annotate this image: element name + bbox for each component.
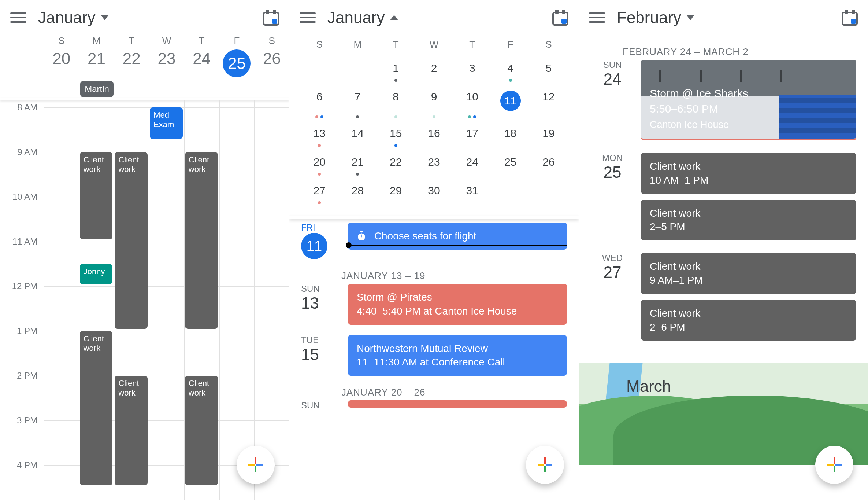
header: January	[289, 0, 579, 35]
mini-day[interactable]: 28	[338, 181, 376, 209]
mini-day[interactable]: 31	[453, 181, 491, 209]
calendar-event[interactable]: Client work	[80, 152, 113, 239]
event-card[interactable]: Storm @ Pirates 4:40–5:40 PM at Canton I…	[348, 284, 567, 325]
dow-label: TUE	[301, 335, 341, 345]
day-column[interactable]: 26	[254, 49, 289, 77]
menu-icon[interactable]	[589, 10, 605, 26]
event-card[interactable]: Northwestern Mutual Review 11–11:30 AM a…	[348, 335, 567, 376]
week-dow-row: SMTWTFS	[0, 35, 289, 49]
svg-rect-5	[544, 466, 546, 472]
day-column[interactable]: 22	[114, 49, 149, 77]
plus-icon	[536, 456, 554, 474]
mini-month[interactable]: SMTWTFS 12345678910111213141516171819202…	[289, 35, 579, 216]
mini-day	[300, 58, 338, 87]
event-card[interactable]: Client work 10 AM–1 PM	[641, 153, 856, 194]
month-selector[interactable]: January	[327, 8, 398, 27]
calendar-event[interactable]: Client work	[185, 376, 218, 485]
mini-day	[491, 181, 529, 209]
event-time: 2–5 PM	[650, 220, 847, 234]
event-card[interactable]: Client work 2–5 PM	[641, 200, 856, 241]
mini-day[interactable]: 3	[453, 58, 491, 87]
mini-day[interactable]: 18	[491, 124, 529, 152]
mini-day[interactable]: 21	[338, 152, 376, 181]
day-column[interactable]: 24	[184, 49, 219, 77]
dow-label: W	[149, 35, 184, 47]
calendar-event[interactable]: Med Exam	[150, 107, 183, 139]
event-sub: 11–11:30 AM at Conference Call	[357, 355, 558, 369]
dow-label: M	[79, 35, 114, 47]
mini-day[interactable]: 29	[377, 181, 415, 209]
mini-day[interactable]: 5	[530, 58, 568, 87]
event-card[interactable]: Client work 2–6 PM	[641, 300, 856, 341]
svg-rect-9	[834, 466, 835, 472]
day-column[interactable]: 20	[44, 49, 79, 77]
mini-day[interactable]: 6	[300, 87, 338, 124]
mini-day[interactable]: 15	[377, 124, 415, 152]
event-title: Client work	[650, 260, 847, 273]
dow-label: SUN	[590, 60, 634, 70]
day-column[interactable]: 25	[219, 49, 255, 77]
day-column[interactable]: 23	[149, 49, 184, 77]
mini-day[interactable]: 14	[338, 124, 376, 152]
mini-dow: S	[530, 35, 568, 58]
mini-day[interactable]: 19	[530, 124, 568, 152]
calendar-event[interactable]: Client work	[80, 331, 113, 485]
svg-rect-10	[827, 464, 834, 466]
now-indicator-line	[349, 245, 567, 246]
mini-day[interactable]: 24	[453, 152, 491, 181]
mini-day[interactable]: 30	[415, 181, 453, 209]
calendar-event[interactable]: Jonny	[80, 264, 113, 284]
month-selector[interactable]: January	[38, 8, 109, 27]
mini-day[interactable]: 25	[491, 152, 529, 181]
create-event-fab[interactable]	[526, 446, 564, 484]
day-column[interactable]: 21	[79, 49, 114, 77]
event-time: 10 AM–1 PM	[650, 173, 847, 187]
day-number: 25	[223, 49, 251, 77]
mini-day[interactable]: 13	[300, 124, 338, 152]
mini-day[interactable]: 23	[415, 152, 453, 181]
mini-day[interactable]: 12	[530, 87, 568, 124]
week-range-label: FEBRUARY 24 – MARCH 2	[623, 46, 868, 58]
mini-day[interactable]: 4	[491, 58, 529, 87]
menu-icon[interactable]	[300, 10, 316, 26]
mini-day[interactable]: 11	[491, 87, 529, 124]
mini-day[interactable]: 8	[377, 87, 415, 124]
hour-grid[interactable]: 8 AM9 AM10 AM11 AM12 PM1 PM2 PM3 PM4 PM …	[0, 100, 289, 500]
calendar-event[interactable]: Client work	[185, 152, 218, 329]
all-day-event[interactable]: Martin	[80, 81, 114, 97]
event-title: Storm @ Ice Sharks	[650, 87, 748, 100]
dow-label: MON	[590, 153, 634, 163]
mini-day[interactable]: 27	[300, 181, 338, 209]
event-sub: 4:40–5:40 PM at Canton Ice House	[357, 304, 558, 318]
calendar-event[interactable]: Client work	[115, 152, 148, 329]
event-title: Client work	[650, 306, 847, 320]
menu-icon[interactable]	[10, 10, 26, 26]
mini-day[interactable]: 1	[377, 58, 415, 87]
event-card[interactable]: Client work 9 AM–1 PM	[641, 253, 856, 294]
day-number: 24	[184, 49, 219, 68]
mini-day[interactable]: 9	[415, 87, 453, 124]
create-event-fab[interactable]	[815, 446, 853, 484]
mini-day[interactable]: 10	[453, 87, 491, 124]
mini-day[interactable]: 20	[300, 152, 338, 181]
create-event-fab[interactable]	[237, 446, 275, 484]
mini-day[interactable]: 16	[415, 124, 453, 152]
mini-day[interactable]: 17	[453, 124, 491, 152]
week-date-row: 20212223242526	[0, 49, 289, 80]
day-row: TUE 15 Northwestern Mutual Review 11–11:…	[301, 335, 567, 376]
week-range-label: JANUARY 13 – 19	[341, 270, 567, 282]
reminder-icon	[357, 230, 366, 240]
mini-day[interactable]: 26	[530, 152, 568, 181]
mini-day[interactable]: 7	[338, 87, 376, 124]
day-num: 15	[301, 345, 341, 364]
mini-day[interactable]: 22	[377, 152, 415, 181]
today-icon[interactable]	[842, 10, 858, 26]
schedule-list[interactable]: FRI 11 Choose seats for flight JANUARY 1…	[289, 223, 579, 411]
today-icon[interactable]	[263, 10, 279, 26]
event-card-peek[interactable]	[348, 400, 567, 408]
event-photo-card[interactable]: Storm @ Ice Sharks 5:50–6:50 PM Canton I…	[641, 60, 856, 140]
today-icon[interactable]	[552, 10, 568, 26]
calendar-event[interactable]: Client work	[115, 376, 148, 485]
mini-day[interactable]: 2	[415, 58, 453, 87]
month-selector[interactable]: February	[617, 8, 694, 27]
